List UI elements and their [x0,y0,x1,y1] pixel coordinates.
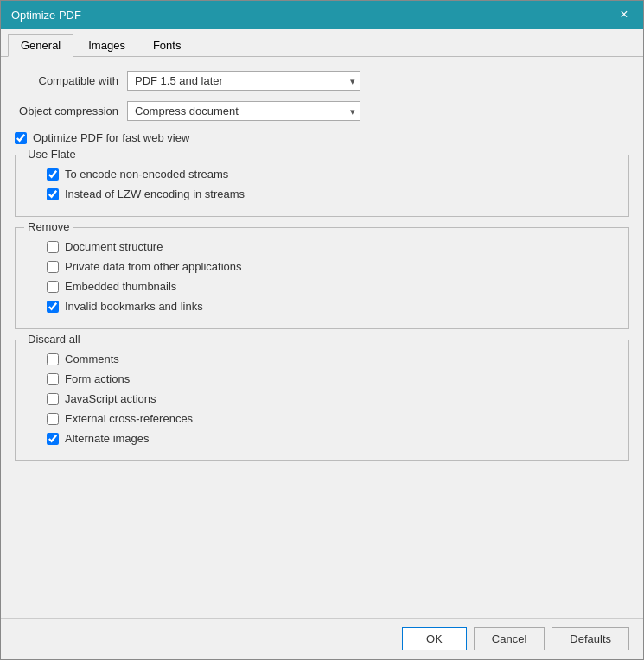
alternate-images-checkbox[interactable] [47,433,59,445]
object-compression-row: Object compression Compress document Non… [15,101,629,121]
alternate-images-row: Alternate images [47,432,618,445]
tab-fonts[interactable]: Fonts [140,34,194,56]
object-compression-select-wrap: Compress document None ▾ [127,101,360,121]
compatible-with-select[interactable]: PDF 1.5 and later PDF 1.4 and later PDF … [127,71,360,91]
object-compression-select[interactable]: Compress document None [127,101,360,121]
external-xrefs-label[interactable]: External cross-references [65,412,193,425]
doc-structure-checkbox[interactable] [47,241,59,253]
use-flate-group-inner: To encode non-encoded streams Instead of… [26,162,618,200]
object-compression-label: Object compression [15,105,127,117]
remove-group: Remove Document structure Private data f… [15,227,629,329]
encode-non-encoded-checkbox[interactable] [47,168,59,181]
tab-images[interactable]: Images [75,34,138,56]
dialog-title: Optimize PDF [11,9,81,22]
doc-structure-label[interactable]: Document structure [65,240,163,253]
invalid-bookmarks-label[interactable]: Invalid bookmarks and links [65,300,203,313]
instead-lzw-row: Instead of LZW encoding in streams [47,187,618,200]
invalid-bookmarks-row: Invalid bookmarks and links [47,300,618,313]
compatible-with-label: Compatible with [15,74,127,87]
remove-group-inner: Document structure Private data from oth… [26,235,618,313]
comments-row: Comments [47,352,618,365]
optimize-fast-web-label[interactable]: Optimize PDF for fast web view [33,131,189,144]
defaults-button[interactable]: Defaults [552,627,629,650]
dialog-footer: OK Cancel Defaults [1,618,643,659]
alternate-images-label[interactable]: Alternate images [65,432,150,445]
invalid-bookmarks-checkbox[interactable] [47,301,59,313]
optimize-pdf-dialog: Optimize PDF × General Images Fonts Comp… [0,0,644,660]
cancel-button[interactable]: Cancel [474,627,545,650]
optimize-fast-web-checkbox[interactable] [15,132,27,144]
js-actions-row: JavaScript actions [47,392,618,405]
embedded-thumbs-checkbox[interactable] [47,281,59,293]
tab-bar: General Images Fonts [1,29,643,57]
instead-lzw-checkbox[interactable] [47,188,59,200]
compatible-with-row: Compatible with PDF 1.5 and later PDF 1.… [15,71,629,91]
embedded-thumbs-row: Embedded thumbnails [47,280,618,293]
private-data-row: Private data from other applications [47,260,618,273]
form-actions-label[interactable]: Form actions [65,372,130,385]
remove-group-title: Remove [24,220,73,233]
discard-all-group-inner: Comments Form actions JavaScript actions… [26,347,618,445]
optimize-fast-web-row: Optimize PDF for fast web view [15,131,629,144]
use-flate-group: Use Flate To encode non-encoded streams … [15,155,629,217]
encode-non-encoded-label[interactable]: To encode non-encoded streams [65,168,228,181]
ok-button[interactable]: OK [402,627,467,650]
form-actions-row: Form actions [47,372,618,385]
embedded-thumbs-label[interactable]: Embedded thumbnails [65,280,176,293]
js-actions-label[interactable]: JavaScript actions [65,392,156,405]
private-data-checkbox[interactable] [47,261,59,273]
private-data-label[interactable]: Private data from other applications [65,260,242,273]
discard-all-group: Discard all Comments Form actions JavaSc… [15,340,629,461]
title-bar: Optimize PDF × [1,1,643,29]
general-tab-content: Compatible with PDF 1.5 and later PDF 1.… [1,57,643,618]
instead-lzw-label[interactable]: Instead of LZW encoding in streams [65,187,245,200]
doc-structure-row: Document structure [47,240,618,253]
form-actions-checkbox[interactable] [47,373,59,385]
compatible-with-select-wrap: PDF 1.5 and later PDF 1.4 and later PDF … [127,71,360,91]
tab-general[interactable]: General [8,34,73,57]
external-xrefs-checkbox[interactable] [47,413,59,425]
use-flate-group-title: Use Flate [24,148,80,161]
js-actions-checkbox[interactable] [47,393,59,405]
comments-label[interactable]: Comments [65,352,119,365]
external-xrefs-row: External cross-references [47,412,618,425]
close-button[interactable]: × [615,6,633,23]
discard-all-group-title: Discard all [24,333,84,346]
comments-checkbox[interactable] [47,353,59,365]
encode-non-encoded-row: To encode non-encoded streams [47,168,618,181]
